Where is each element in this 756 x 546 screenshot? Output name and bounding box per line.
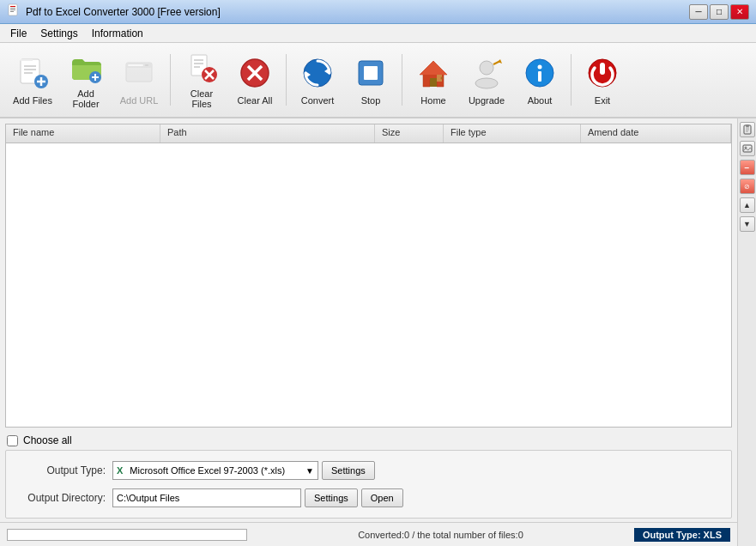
svg-rect-49: [600, 63, 605, 75]
progress-bar: [7, 529, 247, 541]
svg-rect-1: [10, 6, 15, 7]
svg-point-41: [480, 61, 493, 75]
stop-button[interactable]: Stop: [345, 47, 396, 112]
output-type-dropdown[interactable]: X Microsoft Office Excel 97-2003 (*.xls)…: [112, 461, 318, 480]
home-button[interactable]: Home: [408, 47, 459, 112]
maximize-button[interactable]: □: [710, 4, 729, 20]
add-url-button: Add URL: [113, 47, 165, 112]
add-folder-icon: [67, 51, 105, 85]
output-type-label: Output Type:: [20, 464, 106, 476]
add-url-icon: [120, 54, 158, 92]
menu-bar: File Settings Information: [0, 24, 756, 43]
output-type-value: Microsoft Office Excel 97-2003 (*.xls): [130, 465, 302, 476]
svg-marker-44: [498, 59, 502, 64]
stop-label: Stop: [361, 95, 381, 106]
converted-status: Converted:0 / the total number of files:…: [358, 530, 523, 540]
output-dir-row: Output Directory: Settings Open: [20, 488, 717, 507]
up-icon: ▲: [743, 201, 751, 209]
svg-rect-4: [10, 11, 14, 12]
exit-label: Exit: [595, 95, 610, 106]
menu-settings[interactable]: Settings: [33, 26, 84, 41]
choose-all-row: Choose all: [0, 431, 737, 450]
svg-rect-51: [746, 124, 749, 127]
down-icon: ▼: [743, 220, 751, 228]
dir-settings-button[interactable]: Settings: [305, 488, 358, 507]
col-header-filetype: File type: [444, 124, 581, 143]
svg-point-40: [441, 77, 444, 80]
settings-panel: Output Type: X Microsoft Office Excel 97…: [5, 450, 732, 519]
sidebar-clipboard-button[interactable]: [740, 122, 755, 137]
right-sidebar: − ⊘ ▲ ▼: [737, 118, 756, 546]
minimize-button[interactable]: ─: [689, 4, 708, 20]
convert-label: Convert: [301, 95, 335, 106]
file-table-container: File name Path Size File type Amend date: [5, 124, 732, 428]
about-button[interactable]: About: [514, 47, 565, 112]
remove-icon: −: [745, 163, 750, 173]
svg-marker-37: [420, 61, 447, 75]
svg-rect-35: [364, 66, 378, 80]
add-url-label: Add URL: [120, 95, 159, 106]
main-content: File name Path Size File type Amend date…: [0, 118, 756, 546]
add-files-label: Add Files: [13, 95, 52, 106]
output-type-row: Output Type: X Microsoft Office Excel 97…: [20, 461, 717, 480]
open-button[interactable]: Open: [361, 488, 403, 507]
sidebar-image-button[interactable]: [740, 141, 755, 156]
file-table-body[interactable]: [6, 143, 731, 427]
svg-rect-18: [128, 64, 143, 66]
clear-files-icon: [183, 51, 221, 85]
exit-button[interactable]: Exit: [577, 47, 628, 112]
output-settings-button[interactable]: Settings: [322, 461, 375, 480]
close-button[interactable]: ✕: [730, 4, 749, 20]
col-header-path: Path: [160, 124, 375, 143]
add-folder-label: Add Folder: [64, 88, 107, 109]
convert-icon: [299, 54, 336, 92]
about-label: About: [528, 95, 553, 106]
sidebar-down-button[interactable]: ▼: [740, 216, 755, 232]
col-header-amenddate: Amend date: [581, 124, 731, 143]
clear-all-label: Clear All: [238, 95, 273, 106]
output-dir-label: Output Directory:: [20, 492, 106, 504]
svg-rect-2: [10, 8, 15, 9]
status-bar: Converted:0 / the total number of files:…: [0, 522, 737, 546]
stop-icon: [352, 54, 390, 92]
clear-files-label: Clear Files: [180, 88, 223, 109]
title-bar-controls: ─ □ ✕: [689, 4, 749, 20]
upgrade-label: Upgrade: [469, 95, 505, 106]
block-icon: ⊘: [744, 183, 750, 191]
menu-information[interactable]: Information: [85, 26, 150, 41]
upgrade-button[interactable]: Upgrade: [461, 47, 512, 112]
svg-rect-47: [538, 71, 541, 82]
home-label: Home: [420, 95, 445, 106]
about-icon: [521, 54, 559, 92]
separator-1: [170, 54, 171, 106]
clear-files-button[interactable]: Clear Files: [176, 47, 227, 112]
excel-icon: X: [117, 465, 123, 476]
separator-2: [286, 54, 287, 106]
toolbar: Add Files Add Folder Add URL: [0, 43, 756, 118]
add-files-button[interactable]: Add Files: [7, 47, 58, 112]
svg-rect-19: [145, 64, 148, 66]
clear-all-button[interactable]: Clear All: [229, 47, 281, 112]
menu-file[interactable]: File: [3, 26, 33, 41]
sidebar-remove-button[interactable]: −: [740, 160, 755, 175]
output-dir-input[interactable]: [112, 488, 301, 507]
svg-rect-38: [430, 78, 437, 87]
choose-all-checkbox[interactable]: [7, 435, 18, 446]
add-folder-button[interactable]: Add Folder: [60, 47, 112, 112]
exit-icon: [584, 54, 621, 92]
dropdown-arrow-icon: ▼: [305, 466, 314, 476]
separator-4: [571, 54, 572, 106]
col-header-filename: File name: [6, 124, 160, 143]
convert-button[interactable]: Convert: [292, 47, 343, 112]
sidebar-block-button[interactable]: ⊘: [740, 179, 755, 194]
file-table-header: File name Path Size File type Amend date: [6, 124, 731, 143]
svg-point-42: [475, 78, 498, 88]
content-area: File name Path Size File type Amend date…: [0, 118, 737, 546]
add-files-icon: [14, 54, 51, 92]
sidebar-up-button[interactable]: ▲: [740, 197, 755, 213]
home-icon: [414, 54, 452, 92]
choose-all-label[interactable]: Choose all: [23, 434, 72, 446]
title-bar: Pdf to Excel Converter 3000 [Free versio…: [0, 0, 756, 24]
clear-all-icon: [236, 54, 274, 92]
svg-rect-3: [10, 9, 15, 10]
